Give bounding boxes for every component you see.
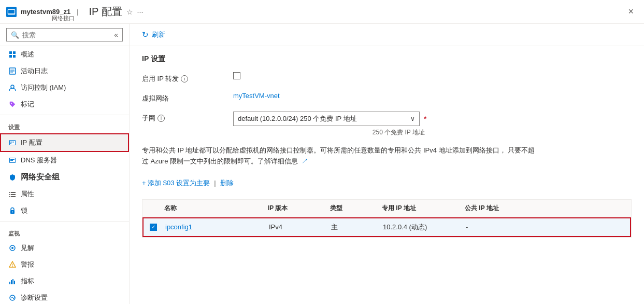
svg-rect-25: [11, 194, 16, 195]
svg-rect-3: [9, 51, 12, 54]
insights-icon: [8, 244, 17, 252]
row-ip-version: IPv4: [269, 223, 331, 231]
ip-forwarding-info-icon[interactable]: i: [181, 75, 188, 82]
refresh-button[interactable]: ↻ 刷新: [142, 28, 165, 42]
sidebar-item-diagnostics[interactable]: 诊断设置: [0, 289, 129, 304]
sidebar-item-metrics[interactable]: 指标: [0, 273, 129, 289]
nsg-icon: [8, 173, 17, 182]
sidebar-item-alerts[interactable]: 警报: [0, 256, 129, 273]
subtitle: 网络接口: [52, 15, 75, 22]
collapse-button[interactable]: «: [114, 31, 118, 39]
title-bar: mytestvm89_z1 | IP 配置 ☆ ··· 网络接口 ×: [0, 0, 644, 24]
sidebar-label-insights: 见解: [21, 243, 34, 253]
svg-rect-36: [12, 279, 13, 284]
table-row[interactable]: ipconfig1 IPv4 主 10.2.0.4 (动态) -: [142, 217, 631, 237]
subnet-info-icon[interactable]: i: [158, 115, 165, 122]
svg-rect-37: [14, 281, 15, 284]
svg-rect-24: [9, 194, 10, 195]
sidebar-label-locks: 锁: [21, 206, 27, 215]
more-options[interactable]: ···: [137, 8, 144, 16]
name-column-header: 名称: [164, 204, 268, 213]
svg-point-33: [12, 266, 12, 267]
svg-rect-20: [10, 159, 15, 160]
sidebar-item-properties[interactable]: 属性: [0, 186, 129, 202]
sidebar-label-iam: 访问控制 (IAM): [21, 83, 66, 92]
sidebar-item-nsg[interactable]: 网络安全组: [0, 169, 129, 186]
search-input-wrap[interactable]: 🔍 «: [6, 28, 123, 42]
sidebar-item-activity-log[interactable]: 活动日志: [0, 63, 129, 79]
row-type: 主: [331, 223, 383, 232]
metrics-icon: [8, 277, 17, 285]
svg-rect-1: [8, 10, 15, 13]
svg-rect-4: [13, 51, 16, 54]
sidebar-item-overview[interactable]: 概述: [0, 46, 129, 63]
table-header: 名称 IP 版本 类型 专用 IP 地址 公共 IP 地址: [142, 200, 631, 217]
tags-icon: [8, 100, 17, 108]
favorite-star[interactable]: ☆: [126, 8, 133, 16]
close-button[interactable]: ×: [624, 4, 638, 19]
row-private-ip: 10.2.0.4 (动态): [383, 223, 466, 232]
svg-rect-6: [13, 55, 16, 58]
private-ip-column-header: 专用 IP 地址: [382, 204, 465, 213]
sidebar: 🔍 « 概述 活动日志: [0, 24, 130, 304]
ip-forwarding-checkbox[interactable]: [233, 72, 240, 79]
subnet-dropdown[interactable]: default (10.2.0.0/24) 250 个免费 IP 地址 ∨: [233, 112, 420, 126]
subnet-label: 子网 i: [142, 112, 225, 123]
sidebar-label-properties: 属性: [21, 189, 34, 199]
svg-rect-15: [10, 142, 12, 143]
sidebar-label-tags: 标记: [21, 100, 34, 109]
properties-icon: [8, 190, 17, 198]
iam-icon: [8, 84, 17, 92]
ip-forwarding-label: 启用 IP 转发 i: [142, 72, 225, 84]
sidebar-label-metrics: 指标: [21, 277, 34, 286]
ip-config-table: 名称 IP 版本 类型 专用 IP 地址 公共 IP 地址 ipconfig1 …: [142, 199, 632, 238]
title-bar-left: mytestvm89_z1 | IP 配置 ☆ ···: [6, 5, 143, 19]
sidebar-item-tags[interactable]: 标记: [0, 96, 129, 113]
log-icon: [8, 67, 17, 75]
subnet-value: default (10.2.0.0/24) 250 个免费 IP 地址 ∨ * …: [233, 112, 632, 137]
learn-more-link[interactable]: ↗: [300, 157, 309, 165]
svg-rect-17: [10, 143, 11, 144]
lock-icon: [8, 206, 17, 215]
svg-rect-32: [12, 264, 13, 266]
sidebar-label-alerts: 警报: [21, 260, 34, 269]
refresh-label: 刷新: [152, 30, 165, 39]
row-public-ip: -: [466, 223, 549, 231]
settings-section-header: 设置: [0, 117, 129, 133]
search-box: 🔍 «: [0, 24, 129, 46]
type-column-header: 类型: [330, 204, 382, 213]
subnet-chevron-icon: ∨: [410, 115, 415, 122]
svg-rect-14: [10, 141, 15, 145]
actions-row: + 添加 $03 设置为主要 | 删除: [142, 175, 632, 191]
public-ip-column-header: 公共 IP 地址: [465, 204, 548, 213]
delete-button[interactable]: 删除: [220, 178, 234, 188]
row-checkbox[interactable]: [150, 224, 165, 231]
svg-rect-2: [10, 14, 13, 15]
refresh-icon: ↻: [142, 30, 149, 39]
vnet-label: 虚拟网络: [142, 92, 225, 103]
sidebar-item-dns[interactable]: DNS 服务器: [0, 152, 129, 169]
svg-rect-16: [12, 142, 14, 143]
sidebar-item-insights[interactable]: 见解: [0, 240, 129, 256]
svg-rect-5: [9, 55, 12, 58]
content-body: IP 设置 启用 IP 转发 i 虚拟网络 myTestVM-vnet: [130, 46, 644, 246]
svg-rect-21: [10, 160, 13, 161]
vnet-row: 虚拟网络 myTestVM-vnet: [142, 92, 632, 103]
search-input[interactable]: [22, 31, 109, 39]
version-column-header: IP 版本: [268, 204, 330, 213]
content-area: ↻ 刷新 IP 设置 启用 IP 转发 i: [130, 24, 644, 304]
sidebar-item-iam[interactable]: 访问控制 (IAM): [0, 79, 129, 96]
svg-point-29: [12, 212, 13, 213]
add-button[interactable]: + 添加 $03 设置为主要: [142, 178, 210, 188]
vnet-value: myTestVM-vnet: [233, 92, 632, 100]
sidebar-label-dns: DNS 服务器: [21, 156, 57, 165]
diag-icon: [8, 294, 17, 302]
dns-icon: [8, 156, 17, 164]
title-separator: |: [77, 8, 78, 16]
sidebar-item-locks[interactable]: 锁: [0, 202, 129, 219]
sidebar-item-ip-config[interactable]: IP 配置: [0, 133, 129, 152]
vnet-link[interactable]: myTestVM-vnet: [233, 92, 280, 100]
vm-icon: [6, 7, 17, 17]
row-name[interactable]: ipconfig1: [165, 223, 269, 231]
subnet-note: 250 个免费 IP 地址: [233, 128, 425, 137]
